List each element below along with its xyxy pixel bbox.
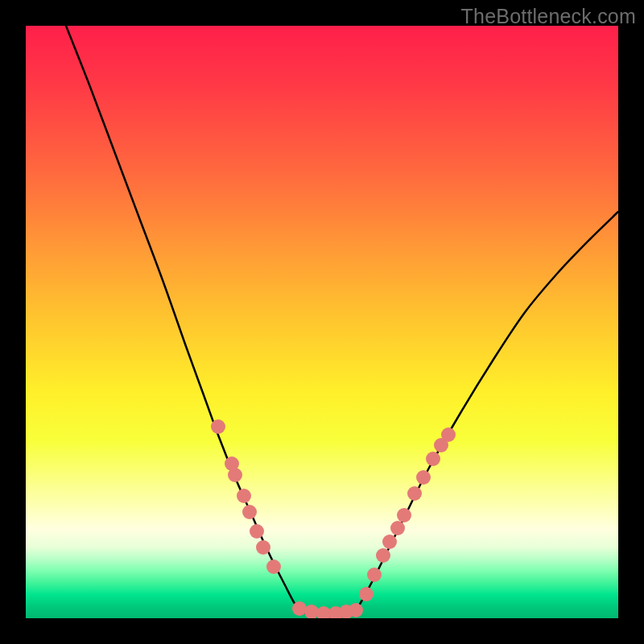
data-marker — [256, 540, 270, 555]
data-marker — [304, 605, 319, 618]
data-marker — [242, 505, 257, 519]
curve-markers — [211, 419, 456, 618]
bottleneck-curve — [66, 26, 618, 613]
data-marker — [359, 587, 374, 601]
data-marker — [237, 489, 251, 503]
curve-paths — [66, 26, 618, 613]
data-marker — [407, 486, 422, 501]
data-marker — [211, 419, 225, 434]
data-marker — [426, 452, 440, 466]
plot-area — [26, 26, 618, 618]
data-marker — [441, 427, 456, 442]
data-marker — [228, 468, 242, 482]
data-marker — [349, 603, 363, 617]
curve-svg — [26, 26, 618, 618]
data-marker — [390, 521, 405, 535]
data-marker — [367, 568, 382, 582]
data-marker — [266, 559, 281, 574]
data-marker — [382, 535, 397, 549]
watermark-text: TheBottleneck.com — [461, 5, 636, 28]
chart-frame: TheBottleneck.com — [0, 0, 644, 644]
data-marker — [250, 524, 264, 539]
data-marker — [376, 548, 390, 563]
data-marker — [416, 470, 431, 485]
data-marker — [397, 508, 411, 522]
